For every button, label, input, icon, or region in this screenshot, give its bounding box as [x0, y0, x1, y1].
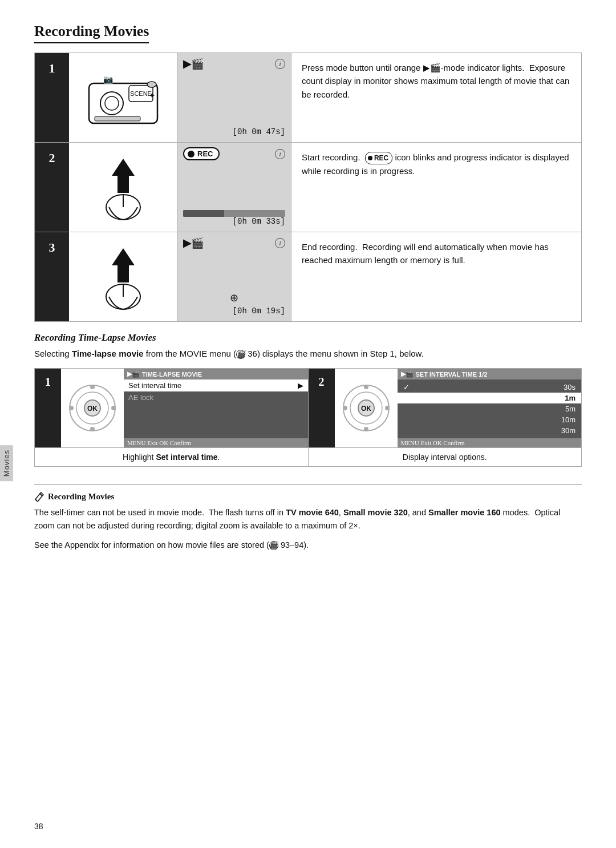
tl-footer-2: MENU Exit OK Confirm — [398, 438, 582, 447]
svg-text:✦: ✦ — [149, 91, 155, 100]
svg-point-28 — [364, 427, 368, 431]
step-screen-3: ▶🎬 i ⊕ [0h 0m 19s] — [177, 232, 291, 321]
step-illustration-3 — [69, 232, 177, 321]
timelapse-title: Recording Time-Lapse Movies — [34, 332, 582, 344]
appendix-icon: 🎬 — [269, 541, 278, 550]
tl-caption-1: Highlight Set interval time. — [35, 447, 308, 466]
interval-10m: 10m — [398, 414, 582, 425]
check-icon: ✓ — [403, 383, 410, 391]
step-number-2: 2 — [35, 143, 69, 232]
hand-illustration-3 — [80, 243, 166, 311]
tl-caption-2: Display interval options. — [309, 447, 582, 466]
movie-mode-icon: ▶🎬 — [183, 58, 204, 70]
note-section: Recording Movies The self-timer can not … — [34, 484, 582, 552]
svg-point-30 — [385, 406, 390, 410]
step-number-1: 1 — [35, 53, 69, 142]
svg-point-27 — [364, 385, 368, 389]
screen-timer-2: [0h 0m 33s] — [183, 217, 285, 227]
steps-section: 1 SCENE 📷 ✦ — [34, 53, 582, 322]
tl-menu-title-2: SET INTERVAL TIME 1/2 — [416, 371, 488, 378]
svg-marker-12 — [112, 248, 135, 282]
timelapse-desc: Selecting Time-lapse movie from the MOVI… — [34, 347, 582, 360]
svg-point-6 — [147, 82, 156, 87]
tl-movie-icon-2: ▶🎬 — [401, 370, 414, 378]
step-screen-1: ▶🎬 i [0h 0m 47s] — [177, 53, 291, 142]
pencil-icon — [34, 491, 44, 502]
svg-point-22 — [111, 406, 116, 410]
timelapse-section: Recording Time-Lapse Movies Selecting Ti… — [34, 332, 582, 467]
svg-point-29 — [343, 406, 347, 410]
tl-menu-item-set-interval: Set interval time ▶ — [124, 379, 308, 391]
movie-mode-icon-3: ▶🎬 — [183, 237, 204, 249]
timelapse-step-2-row: 2 OK ▶🎬 SET — [309, 369, 582, 447]
sidebar-label: Movies — [0, 445, 13, 481]
timelapse-step-1: 1 OK — [35, 369, 308, 466]
interval-30s: ✓ 30s — [398, 382, 582, 393]
interval-30m: 30m — [398, 425, 582, 436]
note-body: The self-timer can not be used in movie … — [34, 506, 582, 532]
progress-bar — [183, 210, 285, 217]
page-title: Recording Movies — [34, 23, 149, 43]
tl-screen-1: ▶🎬 TIME-LAPSE MOVIE Set interval time ▶ … — [124, 369, 308, 447]
menu-icon: 🎬 — [236, 350, 245, 359]
step-screen-2: REC i [0h 0m 33s] — [177, 143, 291, 232]
info-icon-1: i — [275, 59, 285, 69]
note-title: Recording Movies — [48, 492, 114, 502]
tl-menu-label-set-interval: Set interval time — [128, 381, 181, 390]
step-illustration-1: SCENE 📷 ✦ — [69, 53, 177, 142]
tl-num-2: 2 — [309, 369, 335, 447]
svg-point-20 — [90, 427, 95, 431]
tl-footer-1: MENU Exit OK Confirm — [124, 438, 308, 447]
interval-5m: 5m — [398, 403, 582, 414]
tl-menu-item-ae-lock: AE lock — [124, 391, 308, 403]
step-row-2: 2 REC i — [34, 143, 582, 232]
note-header: Recording Movies — [34, 491, 582, 502]
info-icon-3: i — [275, 238, 285, 248]
step-desc-2: Start recording. REC icon blinks and pro… — [291, 143, 581, 232]
interval-list: ✓ 30s 1m 5m 10m 30m — [398, 379, 582, 438]
step-desc-3: End recording. Recording will end automa… — [291, 232, 581, 321]
timelapse-steps-panel: 1 OK — [34, 368, 582, 467]
svg-text:OK: OK — [87, 405, 98, 413]
tl-num-1: 1 — [35, 369, 61, 447]
svg-point-1 — [100, 92, 123, 115]
tl-screen-2: ▶🎬 SET INTERVAL TIME 1/2 ✓ 30s 1m 5m 10m… — [398, 369, 582, 447]
rec-badge: REC — [183, 147, 220, 160]
note-appendix: See the Appendix for information on how … — [34, 539, 582, 552]
svg-text:📷: 📷 — [103, 75, 114, 84]
tl-menu-title-1: TIME-LAPSE MOVIE — [142, 371, 202, 378]
tl-dial-2: OK — [335, 369, 398, 447]
svg-point-2 — [105, 96, 119, 110]
svg-rect-8 — [95, 116, 140, 121]
tl-menu-header-2: ▶🎬 SET INTERVAL TIME 1/2 — [398, 369, 582, 379]
svg-point-21 — [69, 406, 74, 410]
info-icon-2: i — [275, 149, 285, 159]
dial-svg-1: OK — [67, 382, 118, 434]
screen-timer-3: [0h 0m 19s] — [183, 306, 285, 317]
step-row-1: 1 SCENE 📷 ✦ — [34, 53, 582, 143]
step-number-3: 3 — [35, 232, 69, 321]
svg-marker-9 — [112, 159, 135, 193]
step-desc-1: Press mode button until orange ▶🎬-mode i… — [291, 53, 581, 142]
svg-point-19 — [90, 385, 95, 389]
camera-illustration-1: SCENE 📷 ✦ — [78, 66, 169, 129]
page-number: 38 — [34, 822, 43, 831]
rec-inline-icon: REC — [365, 152, 392, 165]
interval-1m: 1m — [398, 393, 582, 403]
compass-icon: ⊕ — [230, 292, 238, 304]
hand-illustration-2 — [80, 153, 166, 221]
svg-text:OK: OK — [361, 405, 371, 413]
tl-arrow-icon: ▶ — [298, 381, 303, 390]
tl-movie-icon-1: ▶🎬 — [127, 370, 140, 378]
screen-timer-1: [0h 0m 47s] — [183, 127, 285, 138]
dial-svg-2: OK — [341, 382, 392, 434]
step-row-3: 3 ▶🎬 i ⊕ [0h 0m 19s] — [34, 232, 582, 322]
tl-menu-header-1: ▶🎬 TIME-LAPSE MOVIE — [124, 369, 308, 379]
tl-dial-1: OK — [61, 369, 124, 447]
step-illustration-2 — [69, 143, 177, 232]
timelapse-step-1-row: 1 OK — [35, 369, 308, 447]
timelapse-step-2: 2 OK ▶🎬 SET — [308, 369, 582, 466]
